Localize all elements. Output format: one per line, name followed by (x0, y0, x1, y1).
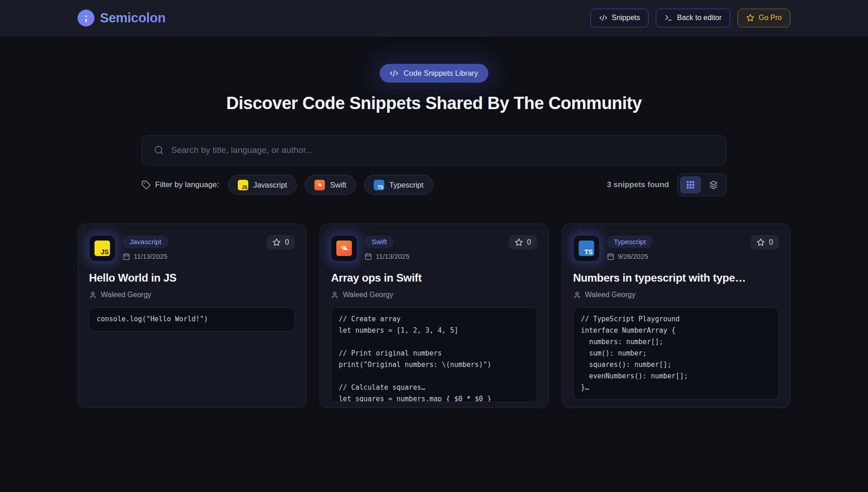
star-icon (272, 238, 281, 246)
search-input[interactable] (171, 145, 714, 155)
language-badge: Javascript (123, 236, 168, 248)
swift-iconbox (331, 235, 357, 262)
star-count-button[interactable]: 0 (509, 235, 537, 250)
hero-badge-label: Code Snippets Library (403, 69, 478, 78)
page-title: Discover Code Snippets Shared By The Com… (0, 94, 868, 113)
snippet-card-typescript[interactable]: TS Typescript 9/26/2025 0 Numbers in typ… (562, 224, 790, 408)
chip-typescript-label: Typescript (389, 181, 424, 189)
code-preview: // Create array let numbers = [1, 2, 3, … (331, 307, 537, 402)
filter-label: Filter by language: (141, 180, 219, 189)
back-to-editor-label: Back to editor (677, 14, 722, 22)
go-pro-label: Go Pro (758, 14, 782, 22)
search-bar[interactable] (141, 135, 727, 165)
brand[interactable]: ; Semicolon (78, 10, 166, 26)
snippet-date: 11/13/2025 (134, 252, 167, 260)
language-badge: Typescript (607, 236, 653, 248)
snippet-date: 11/13/2025 (376, 252, 409, 260)
chip-typescript[interactable]: TS Typescript (364, 175, 433, 195)
brand-name: Semicolon (100, 10, 166, 26)
view-toggle (677, 173, 727, 196)
code-preview: console.log("Hello World!") (89, 307, 295, 331)
snippet-card-javascript[interactable]: JS Javascript 11/13/2025 0 Hello World i… (78, 224, 306, 408)
grid-view-button[interactable] (680, 176, 701, 194)
snippet-author: Waleed Georgy (101, 291, 152, 299)
star-count: 0 (769, 238, 773, 246)
calendar-icon (123, 253, 130, 260)
user-icon (89, 291, 97, 299)
star-count: 0 (527, 238, 531, 246)
language-badge: Swift (365, 236, 394, 248)
go-pro-button[interactable]: Go Pro (737, 9, 790, 27)
snippets-button-label: Snippets (612, 14, 640, 22)
snippets-button[interactable]: Snippets (591, 9, 648, 27)
star-icon (746, 14, 754, 22)
tag-icon (141, 180, 151, 189)
chip-swift[interactable]: Swift (305, 175, 356, 195)
chip-javascript-label: Javascript (253, 181, 287, 189)
snippet-title: Array ops in Swift (331, 272, 537, 284)
code-icon (390, 69, 398, 78)
snippet-card-swift[interactable]: Swift 11/13/2025 0 Array ops in Swift (319, 224, 548, 408)
javascript-iconbox: JS (89, 235, 115, 262)
layers-icon (709, 180, 718, 190)
results-count: 3 snippets found (607, 180, 669, 189)
typescript-icon: TS (579, 241, 594, 256)
star-icon (757, 238, 765, 246)
semicolon-logo-icon: ; (78, 10, 94, 26)
user-icon (331, 291, 339, 299)
chip-javascript[interactable]: JS Javascript (228, 175, 297, 195)
code-icon (599, 14, 607, 22)
filter-label-text: Filter by language: (155, 180, 219, 189)
snippet-author: Waleed Georgy (343, 291, 393, 299)
swift-icon (314, 180, 325, 190)
back-to-editor-button[interactable]: Back to editor (656, 9, 730, 27)
snippet-cards-grid: JS Javascript 11/13/2025 0 Hello World i… (78, 224, 790, 408)
javascript-icon: JS (94, 241, 110, 256)
search-icon (154, 145, 164, 155)
hero-section: Code Snippets Library Discover Code Snip… (0, 64, 868, 113)
user-icon (573, 291, 581, 299)
snippet-date: 9/26/2025 (618, 252, 648, 260)
snippet-author: Waleed Georgy (585, 291, 636, 299)
typescript-icon: TS (374, 180, 384, 190)
search-section: Filter by language: JS Javascript Swift … (141, 135, 727, 196)
star-count-button[interactable]: 0 (267, 235, 295, 250)
filter-row: Filter by language: JS Javascript Swift … (141, 173, 727, 196)
grid-icon (686, 180, 695, 189)
typescript-iconbox: TS (573, 235, 600, 262)
calendar-icon (607, 253, 614, 260)
star-count: 0 (285, 238, 289, 246)
code-preview: // TypeScript Playground interface Numbe… (573, 307, 779, 400)
snippet-title: Hello World in JS (89, 272, 295, 284)
calendar-icon (365, 253, 372, 260)
language-chips: JS Javascript Swift TS Typescript (228, 175, 433, 195)
code-snippets-library-badge: Code Snippets Library (380, 64, 488, 83)
nav-actions: Snippets Back to editor Go Pro (591, 9, 790, 27)
swift-icon (336, 241, 352, 256)
star-count-button[interactable]: 0 (751, 235, 779, 250)
chip-swift-label: Swift (330, 181, 346, 189)
star-icon (515, 238, 523, 246)
terminal-icon (664, 14, 673, 22)
list-view-button[interactable] (703, 176, 724, 194)
javascript-icon: JS (238, 180, 248, 190)
navbar: ; Semicolon Snippets Back to editor Go P… (0, 0, 868, 36)
snippet-title: Numbers in typescript with type… (573, 272, 779, 284)
